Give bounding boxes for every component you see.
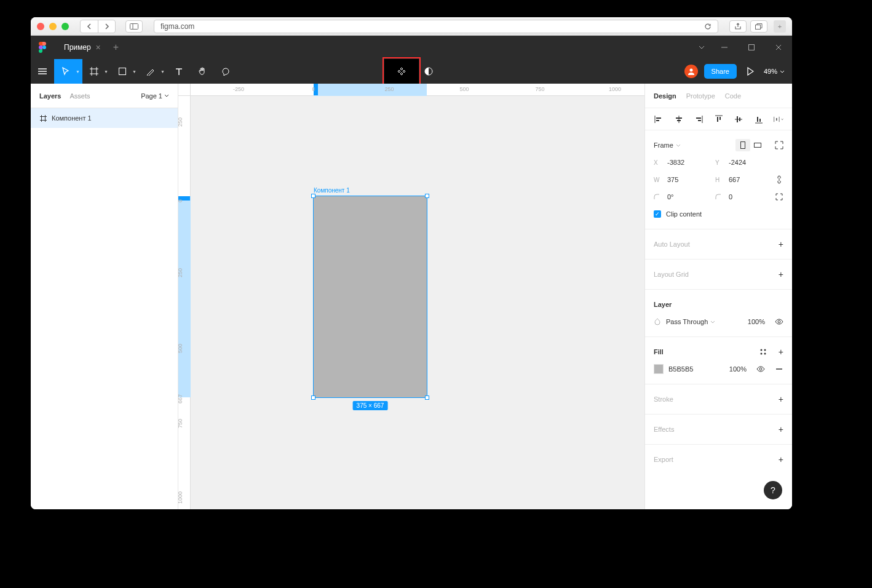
independent-corners-icon[interactable] xyxy=(775,193,783,201)
distribute-icon[interactable] xyxy=(774,114,783,124)
tab-layers[interactable]: Layers xyxy=(39,92,61,100)
fill-style-icon[interactable] xyxy=(759,348,767,356)
tab-assets[interactable]: Assets xyxy=(69,92,90,100)
add-stroke[interactable]: + xyxy=(779,394,783,404)
align-left-icon[interactable] xyxy=(654,114,664,124)
selected-frame[interactable] xyxy=(314,196,427,397)
layer-opacity-input[interactable]: 100% xyxy=(748,318,765,325)
resize-handle-bl[interactable] xyxy=(311,395,315,400)
add-layout-grid[interactable]: + xyxy=(779,269,783,279)
window-zoom[interactable] xyxy=(61,23,69,30)
resize-handle-br[interactable] xyxy=(425,395,429,400)
svg-rect-36 xyxy=(757,117,758,122)
resize-handle-tl[interactable] xyxy=(311,194,315,198)
x-label: X xyxy=(654,159,662,166)
file-tab[interactable]: Пример × xyxy=(55,39,107,56)
tab-code[interactable]: Code xyxy=(725,92,741,100)
reload-icon[interactable] xyxy=(704,23,711,30)
share-browser-button[interactable] xyxy=(729,20,747,33)
y-input[interactable]: -2424 xyxy=(729,159,759,166)
frame-label[interactable]: Компонент 1 xyxy=(314,187,350,194)
constrain-proportions-icon[interactable] xyxy=(775,175,783,184)
auto-layout-title: Auto Layout xyxy=(654,240,690,248)
window-minimize[interactable] xyxy=(49,23,57,30)
svg-rect-2 xyxy=(756,25,761,29)
pen-tool[interactable]: ▼ xyxy=(139,59,167,84)
svg-point-47 xyxy=(764,353,766,355)
effects-section: Effects+ xyxy=(645,415,792,445)
shape-tool[interactable]: ▼ xyxy=(111,59,139,84)
text-tool[interactable] xyxy=(167,59,191,84)
layer-title: Layer xyxy=(654,301,672,308)
tabs-button[interactable] xyxy=(750,20,767,33)
window-close[interactable] xyxy=(37,23,44,30)
layer-row[interactable]: Компонент 1 xyxy=(31,108,178,128)
landscape-button[interactable] xyxy=(750,139,765,151)
chevron-down-icon: ▼ xyxy=(104,70,108,74)
w-input[interactable]: 375 xyxy=(667,176,698,183)
win-maximize[interactable] xyxy=(738,36,765,59)
corner-radius-input[interactable]: 0 xyxy=(729,193,759,201)
frame-type-selector[interactable]: Frame xyxy=(654,141,681,149)
forward-button[interactable] xyxy=(98,20,115,33)
win-minimize[interactable] xyxy=(711,36,738,59)
fill-visibility-icon[interactable] xyxy=(756,365,765,373)
portrait-button[interactable] xyxy=(735,139,750,151)
toolbar-center: Create Component Ctrl+Alt+K xyxy=(384,59,438,84)
hand-tool[interactable] xyxy=(191,59,214,84)
window-menu-chevron[interactable] xyxy=(692,36,711,59)
fill-color-swatch[interactable] xyxy=(654,364,664,374)
url-text: figma.com xyxy=(161,22,194,31)
main-area: Layers Assets Page 1 Компонент 1 -250 0 … xyxy=(31,84,792,509)
close-tab-icon[interactable]: × xyxy=(96,42,101,52)
new-file-tab[interactable]: + xyxy=(107,42,125,53)
share-button[interactable]: Share xyxy=(704,64,737,79)
canvas[interactable]: -250 0 250 500 750 1000 250 0 250 500 66… xyxy=(178,84,644,509)
tab-design[interactable]: Design xyxy=(654,92,676,100)
back-button[interactable] xyxy=(81,20,98,33)
resize-to-fit-icon[interactable] xyxy=(775,141,783,149)
page-selector[interactable]: Page 1 xyxy=(141,92,169,100)
fill-opacity-input[interactable]: 100% xyxy=(729,365,747,373)
align-hcenter-icon[interactable] xyxy=(674,114,684,124)
rotation-input[interactable]: 0° xyxy=(667,193,698,201)
x-input[interactable]: -3832 xyxy=(667,159,698,166)
main-menu-button[interactable] xyxy=(31,59,54,84)
add-effect[interactable]: + xyxy=(779,424,783,434)
svg-rect-24 xyxy=(676,117,682,119)
zoom-selector[interactable]: 49% xyxy=(764,68,785,75)
h-input[interactable]: 667 xyxy=(729,176,759,183)
tab-prototype[interactable]: Prototype xyxy=(686,92,715,100)
add-auto-layout[interactable]: + xyxy=(779,239,783,249)
blend-mode-selector[interactable]: Pass Through xyxy=(666,318,715,325)
align-vcenter-icon[interactable] xyxy=(734,114,743,124)
clip-content-checkbox[interactable]: ✓ xyxy=(654,210,661,218)
figma-logo-icon[interactable] xyxy=(38,41,47,54)
frame-section: Frame X -3832 Y -2424 W 375 H xyxy=(645,130,792,229)
move-tool[interactable]: ▼ xyxy=(54,59,82,84)
visibility-icon[interactable] xyxy=(775,317,783,326)
right-panel-tabs: Design Prototype Code xyxy=(645,84,792,108)
zoom-value: 49% xyxy=(764,68,777,75)
add-export[interactable]: + xyxy=(779,455,783,464)
user-avatar[interactable] xyxy=(684,65,698,78)
align-right-icon[interactable] xyxy=(694,114,704,124)
create-component-button[interactable]: Create Component Ctrl+Alt+K xyxy=(384,59,419,84)
comment-tool[interactable] xyxy=(214,59,237,84)
win-close[interactable] xyxy=(765,36,792,59)
frame-tool[interactable]: ▼ xyxy=(82,59,111,84)
align-bottom-icon[interactable] xyxy=(754,114,764,124)
corner-radius-icon xyxy=(715,194,724,200)
present-button[interactable] xyxy=(743,67,758,76)
url-bar[interactable]: figma.com xyxy=(154,20,718,33)
fill-hex-input[interactable]: B5B5B5 xyxy=(668,365,693,373)
resize-handle-tr[interactable] xyxy=(425,194,429,198)
mask-button[interactable] xyxy=(419,59,438,84)
sidebar-toggle[interactable] xyxy=(125,20,143,33)
add-fill[interactable]: + xyxy=(779,347,783,357)
remove-fill-icon[interactable] xyxy=(775,365,783,373)
help-button[interactable]: ? xyxy=(764,481,782,499)
align-top-icon[interactable] xyxy=(714,114,724,124)
chevron-down-icon: ▼ xyxy=(161,70,165,74)
new-tab-button[interactable]: + xyxy=(774,20,786,33)
